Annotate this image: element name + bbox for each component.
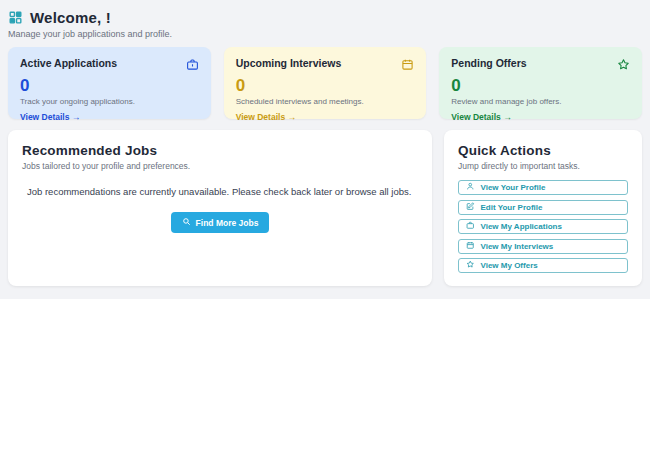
dashboard-grid-icon [8, 10, 23, 25]
stat-title: Pending Offers [451, 57, 526, 69]
quick-actions-panel: Quick Actions Jump directly to important… [444, 130, 642, 286]
stat-value: 0 [20, 77, 199, 95]
stat-title: Active Applications [20, 57, 117, 69]
active-applications-card: Active Applications 0 Track your ongoing… [8, 47, 211, 119]
person-icon [466, 182, 475, 193]
briefcase-icon [186, 57, 199, 75]
stat-description: Track your ongoing applications. [20, 97, 199, 106]
calendar-icon [401, 57, 414, 75]
stat-title: Upcoming Interviews [236, 57, 342, 69]
stat-value: 0 [236, 77, 415, 95]
quick-action-label: View Your Profile [481, 183, 546, 192]
quick-action-label: View My Offers [481, 261, 538, 270]
bottom-row: Recommended Jobs Jobs tailored to your p… [8, 130, 642, 286]
quick-action-label: View My Applications [481, 222, 562, 231]
view-my-applications-button[interactable]: View My Applications [458, 219, 628, 234]
view-your-profile-button[interactable]: View Your Profile [458, 180, 628, 195]
calendar-icon [466, 241, 475, 252]
quick-action-label: Edit Your Profile [481, 203, 543, 212]
briefcase-icon [466, 221, 475, 232]
star-icon [466, 260, 475, 271]
page-header: Welcome, ! [8, 9, 642, 26]
stat-description: Scheduled interviews and meetings. [236, 97, 415, 106]
star-icon [617, 57, 630, 75]
view-details-link-interviews[interactable]: View Details → [236, 112, 296, 122]
find-more-jobs-label: Find More Jobs [196, 218, 259, 228]
search-icon [182, 217, 191, 228]
edit-your-profile-button[interactable]: Edit Your Profile [458, 200, 628, 215]
recommended-jobs-subtitle: Jobs tailored to your profile and prefer… [22, 161, 418, 171]
pending-offers-card: Pending Offers 0 Review and manage job o… [439, 47, 642, 119]
quick-action-label: View My Interviews [481, 242, 554, 251]
quick-actions-title: Quick Actions [458, 143, 628, 158]
page-subtitle: Manage your job applications and profile… [8, 29, 642, 39]
view-details-link-offers[interactable]: View Details → [451, 112, 511, 122]
page-title: Welcome, ! [30, 9, 111, 26]
dashboard-page: Welcome, ! Manage your job applications … [0, 0, 650, 299]
view-details-link-applications[interactable]: View Details → [20, 112, 80, 122]
stat-value: 0 [451, 77, 630, 95]
find-more-jobs-button[interactable]: Find More Jobs [171, 212, 270, 233]
view-my-offers-button[interactable]: View My Offers [458, 258, 628, 273]
view-my-interviews-button[interactable]: View My Interviews [458, 239, 628, 254]
quick-actions-list: View Your Profile Edit Your Profile [458, 180, 628, 273]
stat-description: Review and manage job offers. [451, 97, 630, 106]
edit-icon [466, 202, 475, 213]
upcoming-interviews-card: Upcoming Interviews 0 Scheduled intervie… [224, 47, 427, 119]
quick-actions-subtitle: Jump directly to important tasks. [458, 161, 628, 171]
recommended-jobs-panel: Recommended Jobs Jobs tailored to your p… [8, 130, 432, 286]
stats-row: Active Applications 0 Track your ongoing… [8, 47, 642, 119]
recommended-jobs-title: Recommended Jobs [22, 143, 418, 158]
recommendations-empty-message: Job recommendations are currently unavai… [27, 186, 418, 197]
